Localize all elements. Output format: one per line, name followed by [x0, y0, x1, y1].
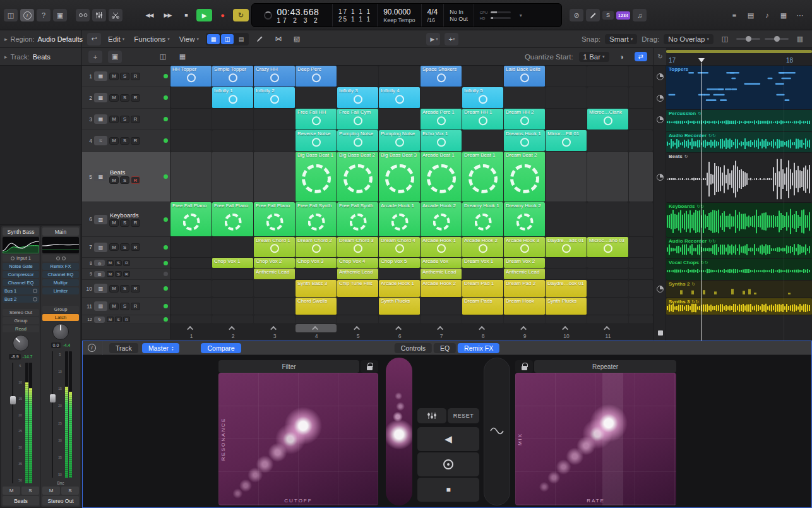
mute-button[interactable]: M [109, 176, 119, 184]
count-in-badge[interactable]: 1234 [616, 11, 630, 20]
loop-cell[interactable] [170, 315, 212, 324]
fx-slider-right[interactable] [484, 358, 510, 505]
lcd-display[interactable]: 00:43.66817 2 3 2 17 1 1 1 25 1 1 1 90.0… [251, 3, 562, 27]
loop-cell[interactable]: Dreamy Hook 2 [504, 202, 545, 237]
loop-cell[interactable]: Dream Pad 1 [462, 280, 503, 298]
send-slot[interactable]: Bus 1 [3, 287, 39, 294]
output-slot[interactable]: Stereo Out [3, 309, 39, 316]
loop-cell[interactable] [546, 315, 587, 324]
lcd-locators-section[interactable]: 17 1 1 1 25 1 1 1 [333, 4, 378, 27]
loop-corner-icon[interactable]: ↻ [654, 48, 666, 66]
loop-cell[interactable]: Synth Bass 3 [296, 280, 337, 298]
track-header[interactable]: 10▥MSR [82, 280, 170, 298]
lcd-midi-section[interactable]: No In No Out [444, 4, 474, 27]
waveform-zoom-icon[interactable]: ▥ [793, 33, 807, 45]
loop-cell[interactable]: Chord Swells [296, 298, 337, 315]
solo-button[interactable]: S [120, 94, 129, 102]
loop-cell[interactable] [254, 280, 295, 298]
loop-cell[interactable] [170, 109, 212, 130]
record-button[interactable]: R [131, 285, 140, 293]
loop-cell[interactable]: Pumping Noise [337, 130, 378, 152]
smart-controls-icon[interactable] [76, 9, 90, 21]
mute-button[interactable]: M [3, 487, 20, 495]
loop-cell[interactable]: Microc…ano 03 [587, 237, 628, 258]
loop-cell[interactable] [170, 269, 212, 280]
rewind-button[interactable]: ◀◀ [141, 9, 157, 21]
apple-loops-icon[interactable]: ♪ [760, 9, 774, 21]
loop-cell[interactable] [212, 269, 253, 280]
info-icon[interactable]: i [88, 344, 96, 352]
tracks-view-button[interactable]: ▤ [235, 34, 248, 44]
pointer-tool-select[interactable]: ►▾ [426, 33, 440, 45]
scene-trigger[interactable] [587, 324, 628, 332]
loop-cell[interactable] [337, 66, 378, 87]
loop-cell[interactable]: Microc…Clank [587, 109, 628, 130]
functions-menu[interactable]: Functions▾ [131, 34, 172, 44]
record-button[interactable]: ● [215, 9, 230, 21]
lcd-chevron-icon[interactable]: ▾ [516, 13, 525, 18]
loop-cell[interactable]: Mirror…Fill 01 [546, 130, 587, 152]
loop-cell[interactable] [170, 130, 212, 152]
arrange-region[interactable]: Audio Recorder↻↻ [666, 238, 812, 259]
solo-button[interactable]: S [120, 176, 129, 184]
loop-cell[interactable]: Deep Perc [296, 66, 337, 87]
cycle-region[interactable] [666, 50, 812, 53]
scene-trigger[interactable] [212, 324, 253, 332]
solo-button[interactable]: S [115, 271, 122, 277]
crossfade-tool-icon[interactable]: ⋈ [272, 33, 285, 45]
loop-cell[interactable]: Free Fall Piano [170, 202, 212, 237]
loop-cell[interactable] [587, 152, 628, 202]
tab-controls[interactable]: Controls [395, 343, 432, 353]
loop-cell[interactable]: Arcade Hook 2 [421, 202, 462, 237]
loop-cell[interactable] [587, 269, 628, 280]
send-slot[interactable]: Bus 2 [3, 296, 39, 303]
strip-track-name[interactable]: Stereo Out [42, 496, 79, 505]
bounce-label[interactable]: Bnc [42, 481, 79, 485]
note-pads-icon[interactable]: ▤ [744, 9, 758, 21]
loop-cell[interactable]: Arcade Hook 1 [421, 237, 462, 258]
quantize-select[interactable]: 1 Bar▾ [579, 52, 609, 62]
loop-cell[interactable]: Dream Beat 1 [462, 152, 503, 202]
mute-button[interactable]: M [109, 219, 119, 227]
record-button[interactable]: R [123, 260, 130, 266]
scene-trigger[interactable] [421, 324, 462, 332]
loop-cell[interactable] [296, 269, 337, 280]
loop-cell[interactable] [170, 258, 212, 269]
loop-cell[interactable] [254, 152, 295, 202]
insert-slot[interactable]: Remix FX [42, 263, 79, 270]
solo-button[interactable]: S [120, 116, 129, 123]
insert-slot[interactable]: Limiter [42, 287, 79, 294]
quick-help-icon[interactable]: ? [37, 9, 51, 21]
mute-button[interactable]: M [109, 285, 119, 293]
record-button[interactable]: R [131, 116, 140, 123]
mute-button[interactable]: M [107, 260, 114, 266]
automation-mode-button[interactable]: Read [3, 325, 39, 332]
input-slot[interactable] [42, 255, 79, 262]
loop-cell[interactable] [462, 66, 503, 87]
loop-cell[interactable]: Daydre…ook 01 [546, 280, 587, 298]
loop-cell[interactable]: Dream Beat 2 [504, 152, 545, 202]
arrange-ruler[interactable]: 17 18 [666, 48, 812, 66]
catch-playhead-icon[interactable]: ↩ [87, 33, 101, 45]
input-monitor-dot[interactable] [164, 74, 168, 78]
loop-progress-icon[interactable] [657, 73, 664, 80]
half-circle-icon[interactable]: ◑ [615, 51, 629, 63]
zoom-presets-icon[interactable]: ◫ [718, 33, 732, 45]
tab-eq[interactable]: EQ [434, 343, 456, 353]
scene-trigger[interactable] [504, 324, 545, 332]
loop-cell[interactable] [170, 152, 212, 202]
lcd-tempo-section[interactable]: 90.0000 Keep Tempo [378, 4, 421, 27]
loop-progress-icon[interactable] [657, 116, 664, 123]
loop-cell[interactable]: Dream Vox 1 [462, 258, 503, 269]
reset-button[interactable]: RESET [448, 408, 479, 423]
loop-cell[interactable]: Free Fall Cym [337, 109, 378, 130]
loop-cell[interactable] [504, 87, 545, 109]
loop-cell[interactable]: Dream Pad 2 [504, 280, 545, 298]
loop-cell[interactable] [337, 298, 378, 315]
loop-cell[interactable]: Synth Plucks [546, 298, 587, 315]
input-monitor-dot[interactable] [164, 174, 168, 179]
gater-button[interactable] [417, 408, 446, 423]
loop-cell[interactable]: Synth Plucks [379, 298, 420, 315]
loop-cell[interactable] [212, 298, 253, 315]
forward-button[interactable]: ▶▶ [160, 9, 176, 21]
